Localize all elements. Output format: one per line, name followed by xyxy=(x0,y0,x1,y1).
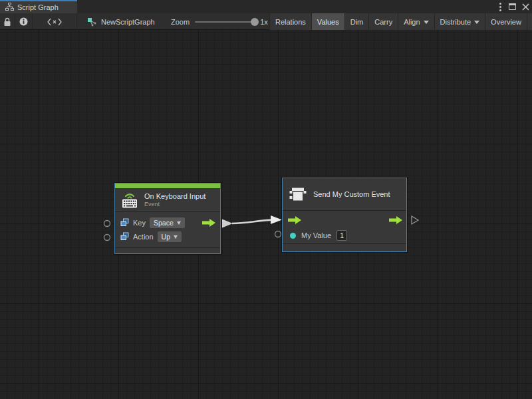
flow-arrow-icon[interactable] xyxy=(202,219,215,227)
maximize-icon[interactable] xyxy=(509,3,516,10)
menu-icon[interactable] xyxy=(498,3,503,11)
graph-canvas[interactable]: On Keyboard Input Event Key Space xyxy=(0,30,532,399)
node-subtitle: Event xyxy=(144,201,205,208)
view-options: Relations Values Dim Carry Align Distrib… xyxy=(269,13,532,30)
hierarchy-icon xyxy=(5,3,14,11)
node-send-my-custom-event[interactable]: Send My Custom Event My Value 1 xyxy=(282,178,407,252)
values-button[interactable]: Values xyxy=(311,13,344,30)
graph-toolbar: NewScriptGraph Zoom 1x Relations Values … xyxy=(0,13,532,30)
align-button[interactable]: Align xyxy=(398,13,434,30)
info-icon xyxy=(19,17,28,26)
tab-bar: Script Graph xyxy=(0,0,532,13)
input-port-action[interactable] xyxy=(104,235,110,241)
flow-arrow-in-icon[interactable] xyxy=(288,216,301,224)
node-header: Send My Custom Event xyxy=(283,178,406,211)
carry-button[interactable]: Carry xyxy=(368,13,398,30)
input-port-key[interactable] xyxy=(104,221,110,227)
tab-label: Script Graph xyxy=(17,3,59,11)
tab-script-graph[interactable]: Script Graph xyxy=(0,0,77,13)
zoom-slider[interactable] xyxy=(195,21,255,23)
script-graph-asset-icon xyxy=(87,17,97,27)
flow-port-row xyxy=(283,213,406,227)
angle-brackets-x-icon xyxy=(47,18,62,26)
zoom-value: 1x xyxy=(260,18,268,26)
port-label: Action xyxy=(133,233,154,241)
chevron-down-icon xyxy=(474,21,479,24)
event-accent-bar xyxy=(115,184,220,188)
dim-button[interactable]: Dim xyxy=(344,13,369,30)
my-value-input[interactable]: 1 xyxy=(336,230,347,241)
window-controls xyxy=(498,0,529,13)
node-header: On Keyboard Input Event xyxy=(115,188,220,212)
zoom-label: Zoom xyxy=(171,18,190,26)
port-label: My Value xyxy=(301,231,331,239)
value-port-icon[interactable] xyxy=(290,233,296,239)
connections-layer xyxy=(0,30,532,399)
relations-button[interactable]: Relations xyxy=(269,13,311,30)
chevron-down-icon xyxy=(177,221,181,225)
node-title: Send My Custom Event xyxy=(313,190,390,199)
active-tab-accent xyxy=(0,0,77,1)
close-icon[interactable] xyxy=(522,3,529,11)
zoom-slider-handle[interactable] xyxy=(251,18,259,26)
connection-wire[interactable] xyxy=(222,215,282,228)
lock-button[interactable] xyxy=(0,13,15,30)
custom-event-icon xyxy=(289,185,307,203)
object-icon xyxy=(120,218,129,227)
input-port-my-value[interactable] xyxy=(275,231,281,237)
graph-reference[interactable]: NewScriptGraph xyxy=(87,13,155,30)
port-label: Key xyxy=(133,219,146,227)
flow-out-port[interactable] xyxy=(412,216,418,224)
port-row-key: Key Space xyxy=(115,215,220,229)
port-row-my-value: My Value 1 xyxy=(283,227,406,243)
overview-button[interactable]: Overview xyxy=(485,13,527,30)
wireless-keyboard-icon xyxy=(121,192,138,208)
chevron-down-icon xyxy=(174,235,178,239)
fullscreen-button[interactable]: Full S xyxy=(527,13,532,30)
zoom-control: Zoom 1x xyxy=(171,13,268,30)
node-footer xyxy=(115,247,220,253)
action-dropdown[interactable]: Up xyxy=(158,231,182,242)
key-dropdown[interactable]: Space xyxy=(150,217,185,228)
graph-name: NewScriptGraph xyxy=(101,18,155,26)
distribute-button[interactable]: Distribute xyxy=(434,13,485,30)
info-button[interactable] xyxy=(15,13,33,30)
node-title: On Keyboard Input xyxy=(144,192,205,201)
frame-selected-button[interactable] xyxy=(33,13,77,30)
lock-icon xyxy=(3,17,11,27)
port-row-action: Action Up xyxy=(115,229,220,243)
script-graph-window: Script Graph xyxy=(0,0,532,399)
object-icon xyxy=(120,232,129,241)
chevron-down-icon xyxy=(424,21,429,24)
node-body: Key Space Action Up xyxy=(115,212,220,243)
node-footer xyxy=(283,243,406,251)
flow-arrow-out-icon[interactable] xyxy=(389,216,402,224)
node-on-keyboard-input[interactable]: On Keyboard Input Event Key Space xyxy=(114,183,221,254)
